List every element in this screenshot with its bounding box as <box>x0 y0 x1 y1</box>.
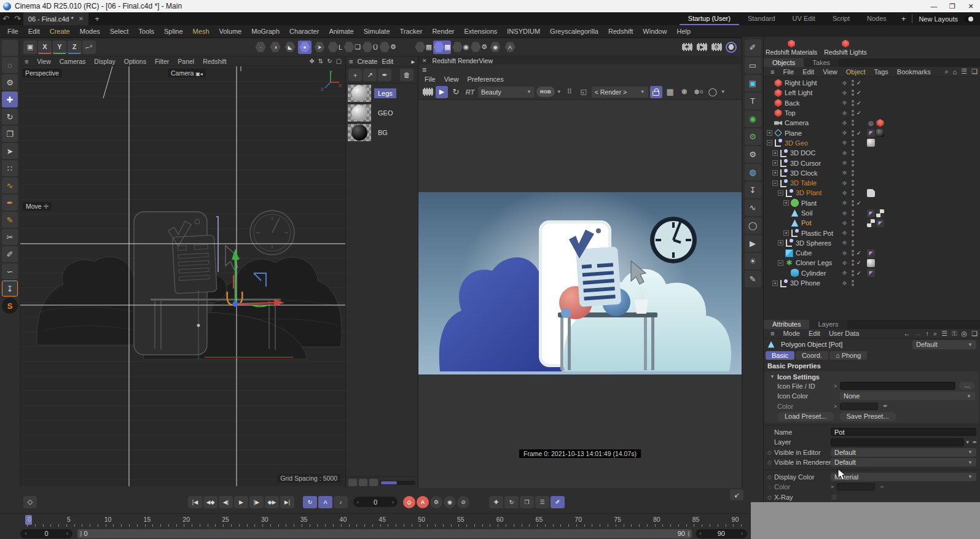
target-tag-icon[interactable]: ◎ <box>867 119 875 127</box>
rv-rt-toggle[interactable]: RT <box>464 86 476 98</box>
play-button[interactable]: ▶ <box>234 496 248 508</box>
icon-color-swatch[interactable] <box>840 403 878 410</box>
material-pencil-button[interactable]: ✎ <box>745 271 761 287</box>
tree-row-3d-clock[interactable]: +3D Clock❖ <box>764 168 980 178</box>
tab-layers[interactable]: Layers <box>809 320 847 329</box>
key-parameter-toggle[interactable]: ☰ <box>535 496 549 508</box>
attr-up-icon[interactable]: ↑ <box>926 330 930 337</box>
menu-redshift[interactable]: Redshift <box>603 28 638 35</box>
menu-edit[interactable]: Edit <box>23 28 45 35</box>
spheredark-tag-icon[interactable] <box>876 129 884 137</box>
enabled-check-icon[interactable]: ✓ <box>857 130 864 136</box>
z-axis-lock-button[interactable]: Z <box>68 41 81 54</box>
tree-row-cylinder[interactable]: Cylinder❖✓◤ <box>764 268 980 278</box>
autokey-button[interactable]: A <box>417 496 429 508</box>
layer-icon[interactable]: ❖ <box>842 110 850 117</box>
grid-snap-active-button[interactable]: ▦ <box>433 41 450 54</box>
layer-icon[interactable]: ❖ <box>842 239 850 246</box>
menu-simulate[interactable]: Simulate <box>359 28 395 35</box>
rsred-tag-icon[interactable] <box>876 119 884 127</box>
undo-icon[interactable]: ↶ <box>0 14 12 23</box>
tweak-tool[interactable]: ⚙ <box>2 74 18 90</box>
preview-range-slider[interactable]: || 0 90 || <box>77 529 692 538</box>
tree-row-top[interactable]: Top❖✓ <box>764 108 980 118</box>
spheregrey-tag-icon[interactable] <box>867 259 875 267</box>
layer-icon[interactable]: ❖ <box>842 99 850 106</box>
constraint-object-button[interactable]: ↧ <box>745 182 761 198</box>
rv-menu-file[interactable]: File <box>421 76 439 83</box>
layer-icon[interactable]: ❖ <box>842 160 850 166</box>
redshift-lights-button[interactable]: Redshift Lights <box>819 37 872 58</box>
layer-icon[interactable]: ❖ <box>842 139 850 146</box>
om-menu-tags[interactable]: Tags <box>870 68 893 76</box>
attr-back-icon[interactable]: ← <box>904 330 911 337</box>
visibility-dots-icon[interactable] <box>850 179 855 187</box>
flag-tag-icon[interactable]: ◤ <box>867 249 875 257</box>
prev-frame-button[interactable]: ◀| <box>219 496 233 508</box>
end-frame-spinner[interactable]: ‹90› <box>696 529 747 538</box>
cloner-object-button[interactable]: ◉ <box>745 111 761 127</box>
layout-tab-startup[interactable]: Startup (User) <box>680 12 739 25</box>
anim-dot-icon[interactable]: ◇ <box>767 459 774 465</box>
effector-object-button[interactable]: ⚙ <box>745 128 761 145</box>
anim-dot-icon[interactable]: ◇ <box>767 449 774 456</box>
material-legs[interactable]: Legs <box>346 83 418 103</box>
icon-file-browse-button[interactable]: ... <box>959 382 975 390</box>
attr-filter-icon[interactable]: ☰ <box>941 330 947 338</box>
sound-scrub-toggle-button[interactable]: A <box>318 496 332 508</box>
anim-dot-icon[interactable]: ◇ <box>767 474 774 480</box>
tree-row-back[interactable]: Back❖✓ <box>764 98 980 108</box>
document-tab-close-icon[interactable]: ✕ <box>79 15 84 22</box>
sketch-pen-tool[interactable]: ✒ <box>2 195 18 211</box>
menu-greyscalegorilla[interactable]: Greyscalegorilla <box>545 28 603 35</box>
tree-expander-icon[interactable]: − <box>767 140 772 145</box>
material-more-icon[interactable]: ▸ <box>411 58 415 66</box>
vp-menu-cameras[interactable]: Cameras <box>55 58 90 65</box>
visibility-dots-icon[interactable] <box>850 189 855 196</box>
material-detail-view-icon[interactable] <box>369 479 378 486</box>
visibility-dots-icon[interactable] <box>850 160 855 167</box>
pick-material-button[interactable]: ✒ <box>378 69 391 81</box>
tree-expander-icon[interactable]: + <box>772 281 778 286</box>
snap-square-button[interactable]: ❏ <box>343 41 361 54</box>
tree-row-left-light[interactable]: Left Light❖✓ <box>764 88 980 98</box>
visibility-dots-icon[interactable] <box>850 139 855 147</box>
tab-takes[interactable]: Takes <box>804 58 839 67</box>
vp-menu-options[interactable]: Options <box>120 58 151 65</box>
visibility-dots-icon[interactable] <box>850 99 855 107</box>
visibility-dots-icon[interactable] <box>850 149 855 157</box>
layout-tab-standard[interactable]: Standard <box>739 12 784 25</box>
restore-button[interactable]: ❐ <box>943 0 962 12</box>
renderview-canvas[interactable]: Frame 0: 2021-10-13 14:01:49 (14.07s) <box>418 100 742 488</box>
menu-volume[interactable]: Volume <box>214 28 247 35</box>
menu-help[interactable]: Help <box>672 28 696 35</box>
render-to-picture-viewer-button[interactable]: ▶ <box>695 41 708 54</box>
redshift-materials-button[interactable]: Redshift Materials <box>765 37 818 58</box>
layer-icon[interactable]: ❖ <box>842 120 850 126</box>
flag-tag-icon[interactable]: ◤ <box>867 209 875 217</box>
delete-material-button[interactable]: 🗑 <box>400 69 414 81</box>
edit-render-settings-button[interactable]: ✚ <box>680 41 694 54</box>
key-position-toggle[interactable]: ✚ <box>489 496 503 508</box>
viewport-burger-icon[interactable]: ≡ <box>20 58 33 65</box>
range-start-spinner[interactable]: ‹0› <box>20 529 72 538</box>
om-menu-edit[interactable]: Edit <box>798 68 818 76</box>
minimize-button[interactable]: — <box>925 0 943 12</box>
layer-caret-icon[interactable]: ▼ <box>965 440 970 445</box>
cube-object-button[interactable]: ▣ <box>745 75 761 91</box>
om-menu-file[interactable]: File <box>778 68 798 76</box>
tree-expander-icon[interactable]: − <box>778 190 783 196</box>
rv-rgb-dropdown[interactable]: RGB <box>536 87 555 97</box>
tree-expander-icon[interactable]: + <box>767 130 772 136</box>
rv-snapshot-g-icon[interactable]: ❅G <box>692 86 705 98</box>
layout-tab-nodes[interactable]: Nodes <box>858 12 895 25</box>
enabled-check-icon[interactable]: ✓ <box>857 250 864 256</box>
visibility-dots-icon[interactable] <box>850 119 855 126</box>
attr-panel-icon[interactable]: ❏ <box>971 330 978 338</box>
layout-tab-uv-edit[interactable]: UV Edit <box>784 12 824 25</box>
close-button[interactable]: ✕ <box>962 0 980 12</box>
om-filter-icon[interactable]: ☰ <box>961 68 967 76</box>
rv-crop-icon[interactable]: ◱ <box>578 86 590 98</box>
points-mode-button[interactable]: · <box>254 41 267 54</box>
expand-timeline-button[interactable]: ↙ <box>730 489 743 500</box>
